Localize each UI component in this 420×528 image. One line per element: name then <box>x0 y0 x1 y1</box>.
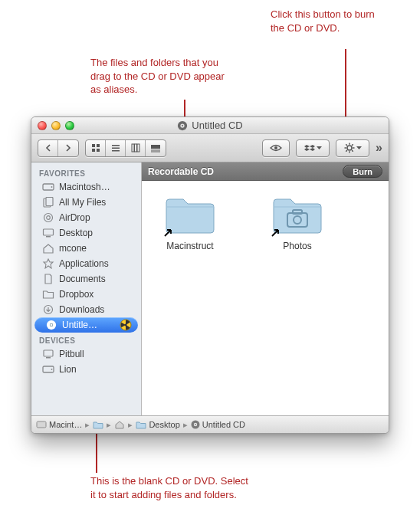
documents-icon <box>42 274 54 284</box>
svg-rect-29 <box>46 198 53 206</box>
path-separator-icon: ▸ <box>183 420 188 430</box>
view-list-button[interactable] <box>106 140 126 156</box>
svg-point-43 <box>51 369 53 370</box>
minimize-button[interactable] <box>51 121 61 130</box>
svg-rect-6 <box>97 149 100 152</box>
list-icon <box>111 143 120 152</box>
sidebar-item-macintosh-hd[interactable]: Macintosh… <box>31 179 141 195</box>
view-coverflow-button[interactable] <box>146 140 166 156</box>
desktop-icon <box>42 228 54 238</box>
nav-buttons <box>38 139 79 157</box>
path-bar: Macint… ▸ ▸ ▸ Desktop ▸ Untitled CD <box>31 415 389 433</box>
folder-item-photos[interactable]: Photos <box>263 195 332 251</box>
path-separator-icon: ▸ <box>128 420 133 430</box>
chevron-right-icon <box>64 144 72 152</box>
toolbar-overflow[interactable]: » <box>376 141 382 155</box>
alias-arrow-icon <box>271 227 281 238</box>
svg-point-31 <box>47 216 51 220</box>
annotation-blankcd: This is the blank CD or DVD. Select it t… <box>90 474 251 501</box>
path-segment[interactable]: Macint… <box>36 420 82 429</box>
back-button[interactable] <box>38 140 58 156</box>
svg-rect-14 <box>151 150 160 151</box>
svg-point-0 <box>178 120 187 130</box>
sidebar-item-label: Pitbull <box>59 349 84 359</box>
sidebar-item-label: Dropbox <box>59 289 94 300</box>
svg-point-30 <box>44 214 53 222</box>
svg-rect-11 <box>134 144 136 152</box>
chevron-down-icon <box>356 146 362 150</box>
radiation-icon <box>120 319 132 331</box>
view-columns-button[interactable] <box>126 140 146 156</box>
sidebar-item-downloads[interactable]: Downloads <box>31 302 141 317</box>
burn-icon <box>177 120 188 131</box>
icons-area[interactable]: Macinstruct Photo <box>142 181 389 415</box>
svg-rect-13 <box>151 145 160 149</box>
svg-rect-15 <box>151 152 160 152</box>
svg-rect-9 <box>112 150 120 152</box>
folder-label: Photos <box>263 241 332 251</box>
quicklook-button-group <box>262 139 290 157</box>
zoom-button[interactable] <box>65 121 74 130</box>
sidebar-item-lion[interactable]: Lion <box>31 362 141 377</box>
content-header-label: Recordable CD <box>148 166 214 177</box>
alias-arrow-icon <box>163 227 174 238</box>
path-separator-icon: ▸ <box>85 420 90 430</box>
dropbox-button-group <box>296 139 330 157</box>
svg-rect-5 <box>92 149 95 152</box>
view-icons-button[interactable] <box>86 140 106 156</box>
path-label: Macint… <box>49 420 82 429</box>
airdrop-icon <box>42 212 54 223</box>
path-segment[interactable] <box>93 420 103 429</box>
sidebar-item-label: Applications <box>59 258 109 269</box>
columns-icon <box>131 143 140 152</box>
svg-rect-7 <box>112 145 120 146</box>
sidebar-item-label: AirDrop <box>59 212 90 223</box>
sidebar-item-pitbull[interactable]: Pitbull <box>31 346 141 362</box>
sidebar-item-applications[interactable]: Applications <box>31 256 141 271</box>
annotation-aliases: The files and folders that you drag to t… <box>90 56 236 97</box>
burn-disc-icon <box>45 320 57 330</box>
sidebar-item-desktop[interactable]: Desktop <box>31 225 141 241</box>
computer-icon <box>42 349 54 359</box>
svg-point-37 <box>51 324 52 326</box>
window-title-text: Untitled CD <box>192 120 242 131</box>
dropbox-button[interactable] <box>297 140 329 156</box>
sidebar-item-label: Lion <box>59 364 77 375</box>
applications-icon <box>42 258 54 269</box>
svg-point-17 <box>347 146 352 150</box>
quicklook-button[interactable] <box>263 140 289 156</box>
sidebar-heading-devices: DEVICES <box>31 333 141 346</box>
content-area: Recordable CD Burn Macinstruct <box>142 162 389 415</box>
svg-rect-10 <box>132 144 134 152</box>
dropbox-icon <box>304 143 315 152</box>
forward-button[interactable] <box>58 140 78 156</box>
sidebar-item-label: mcone <box>59 243 87 254</box>
sidebar-item-untitled-cd[interactable]: Untitle… <box>34 317 138 333</box>
sidebar-item-all-my-files[interactable]: All My Files <box>31 195 141 210</box>
burn-button[interactable]: Burn <box>343 165 382 178</box>
sidebar-item-documents[interactable]: Documents <box>31 271 141 287</box>
window-controls <box>38 121 74 130</box>
home-icon <box>42 243 54 254</box>
annotation-burn: Click this button to burn the CD or DVD. <box>271 8 386 34</box>
sidebar-item-label: Downloads <box>59 304 104 315</box>
path-segment[interactable]: Untitled CD <box>191 420 245 429</box>
action-button[interactable] <box>336 140 369 156</box>
path-segment[interactable] <box>114 420 125 429</box>
path-separator-icon: ▸ <box>107 420 111 430</box>
home-small-icon <box>114 420 125 429</box>
svg-rect-8 <box>112 148 120 149</box>
action-button-group <box>336 139 369 157</box>
close-button[interactable] <box>38 121 47 130</box>
sidebar-item-dropbox[interactable]: Dropbox <box>31 287 141 302</box>
sidebar-item-airdrop[interactable]: AirDrop <box>31 210 141 225</box>
hdd-icon <box>42 364 54 375</box>
folder-item-macinstruct[interactable]: Macinstruct <box>156 195 225 251</box>
sidebar-item-label: Documents <box>59 274 106 284</box>
path-segment[interactable]: Desktop <box>136 420 179 429</box>
gear-icon <box>344 143 355 153</box>
svg-line-23 <box>352 150 353 152</box>
window-title: Untitled CD <box>31 120 389 131</box>
sidebar-item-home[interactable]: mcone <box>31 241 141 256</box>
folder-small-icon <box>93 420 103 429</box>
